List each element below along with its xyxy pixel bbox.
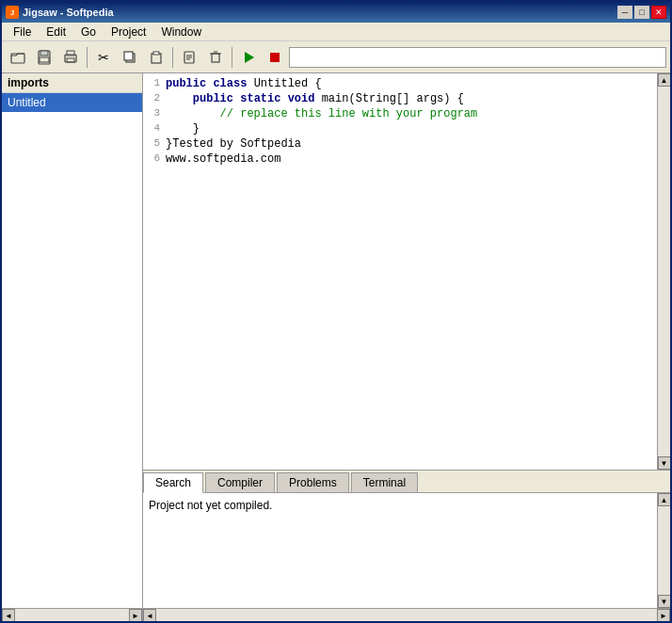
menu-edit[interactable]: Edit	[39, 24, 73, 40]
bottom-scroll-up[interactable]: ▲	[658, 493, 671, 506]
paste-button[interactable]	[144, 45, 168, 70]
code-editor[interactable]: 1 public class Untitled { 2 public stati…	[143, 73, 657, 470]
line-content-3: // replace this line with your program	[166, 107, 657, 122]
stop-button[interactable]	[263, 45, 287, 70]
code-line-3: 3 // replace this line with your program	[143, 107, 657, 122]
editor-scroll-down[interactable]: ▼	[658, 456, 671, 470]
editor-scroll-up[interactable]: ▲	[658, 73, 671, 87]
bottom-scroll-down[interactable]: ▼	[658, 595, 671, 608]
sidebar-item-untitled[interactable]: Untitled	[2, 93, 142, 112]
tab-problems[interactable]: Problems	[277, 472, 349, 492]
bottom-scroll-track[interactable]	[658, 506, 671, 595]
bottom-scroll-left[interactable]: ◄	[143, 609, 156, 621]
line-content-2: public static void main(String[] args) {	[166, 92, 657, 107]
svg-rect-10	[153, 52, 159, 55]
window-title: Jigsaw - Softpedia	[23, 7, 114, 18]
editor-scrollbar: ▲ ▼	[657, 73, 670, 470]
code-line-6: 6 www.softpedia.com	[143, 152, 657, 168]
sidebar-content: imports Untitled ▲ ▼	[2, 73, 142, 608]
line-content-1: public class Untitled {	[166, 77, 657, 92]
svg-marker-13	[245, 52, 254, 63]
sidebar-header: imports	[2, 73, 142, 93]
title-bar: J Jigsaw - Softpedia ─ □ ✕	[2, 2, 670, 23]
open-button[interactable]	[6, 45, 30, 70]
separator-1	[87, 47, 88, 68]
line-content-4: }	[166, 122, 657, 137]
code-line-1: 1 public class Untitled {	[143, 77, 657, 92]
sidebar-wrapper: imports Untitled ▲ ▼ ◄ ►	[2, 73, 143, 621]
line-num-1: 1	[143, 77, 166, 92]
sidebar-horiz-track[interactable]	[15, 609, 129, 621]
line-num-4: 4	[143, 122, 166, 137]
right-panel: 1 public class Untitled { 2 public stati…	[143, 73, 670, 621]
maximize-button[interactable]: □	[634, 6, 649, 19]
line-content-6: www.softpedia.com	[166, 152, 657, 168]
svg-rect-8	[124, 52, 133, 60]
bottom-scroll-right[interactable]: ►	[657, 609, 670, 621]
minimize-button[interactable]: ─	[617, 6, 632, 19]
toolbar-input[interactable]	[289, 47, 666, 68]
delete-button[interactable]	[203, 45, 228, 70]
save-all-button[interactable]	[32, 45, 56, 70]
tabs-bar: Search Compiler Problems Terminal	[143, 471, 670, 493]
tab-content: Project not yet compiled. ▲ ▼	[143, 493, 670, 608]
main-window: J Jigsaw - Softpedia ─ □ ✕ File Edit Go …	[0, 0, 672, 623]
svg-rect-14	[270, 53, 280, 62]
sidebar-scroll[interactable]: Untitled	[2, 93, 142, 608]
menu-bar: File Edit Go Project Window	[2, 23, 670, 41]
menu-window[interactable]: Window	[153, 24, 209, 40]
print-button[interactable]	[58, 45, 83, 70]
code-line-5: 5 }Tested by Softpedia	[143, 137, 657, 152]
separator-3	[232, 47, 232, 68]
close-button[interactable]: ✕	[651, 6, 666, 19]
svg-rect-12	[212, 54, 219, 62]
menu-go[interactable]: Go	[73, 24, 104, 40]
new-file-button[interactable]	[177, 45, 201, 70]
tab-compiler[interactable]: Compiler	[205, 472, 275, 492]
line-num-2: 2	[143, 92, 166, 107]
editor-area: 1 public class Untitled { 2 public stati…	[143, 73, 670, 471]
line-content-5: }Tested by Softpedia	[166, 137, 657, 152]
bottom-scrollbar: ▲ ▼	[657, 493, 670, 608]
main-area: imports Untitled ▲ ▼ ◄ ►	[2, 73, 670, 621]
menu-project[interactable]: Project	[104, 24, 153, 40]
title-controls: ─ □ ✕	[617, 6, 666, 19]
svg-rect-2	[40, 51, 48, 56]
line-num-3: 3	[143, 107, 166, 122]
app-icon: J	[6, 6, 19, 19]
run-button[interactable]	[236, 45, 261, 70]
separator-2	[172, 47, 173, 68]
sidebar-scroll-left[interactable]: ◄	[2, 609, 15, 621]
menu-file[interactable]: File	[6, 24, 39, 40]
title-bar-text: J Jigsaw - Softpedia	[6, 6, 114, 19]
bottom-horiz-track[interactable]	[156, 609, 657, 621]
svg-rect-3	[40, 57, 49, 62]
cut-button[interactable]: ✂	[91, 45, 116, 70]
line-num-5: 5	[143, 137, 166, 152]
sidebar: imports Untitled	[2, 73, 142, 608]
sidebar-scroll-right[interactable]: ►	[129, 609, 142, 621]
bottom-horizontal-scroll: ◄ ►	[143, 608, 670, 621]
toolbar: ✂	[2, 41, 670, 73]
code-line-2: 2 public static void main(String[] args)…	[143, 92, 657, 107]
tab-terminal[interactable]: Terminal	[351, 472, 418, 492]
tab-text[interactable]: Project not yet compiled.	[143, 493, 657, 608]
editor-scroll-track[interactable]	[658, 87, 671, 456]
tab-search[interactable]: Search	[143, 472, 203, 493]
code-line-4: 4 }	[143, 122, 657, 137]
copy-button[interactable]	[118, 45, 142, 70]
sidebar-bottom: ◄ ►	[2, 608, 142, 621]
line-num-6: 6	[143, 152, 166, 168]
bottom-panel: Search Compiler Problems Terminal Projec…	[143, 471, 670, 621]
